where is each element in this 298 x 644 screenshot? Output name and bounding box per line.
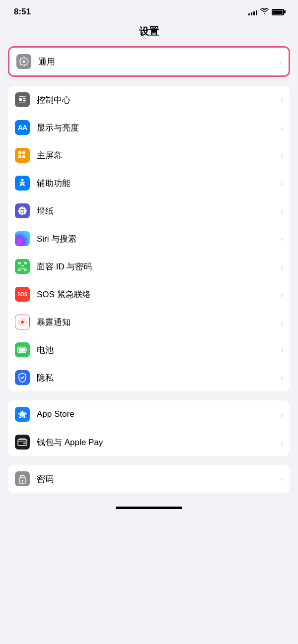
general-label: 通用 <box>38 56 277 67</box>
signal-bar-2 <box>251 12 252 15</box>
signal-bar-1 <box>248 13 250 15</box>
faceid-icon <box>15 259 30 274</box>
svg-rect-19 <box>18 262 20 264</box>
face-id-label: 面容 ID 与密码 <box>37 261 279 272</box>
wifi-icon <box>260 8 269 16</box>
battery-label: 电池 <box>37 344 279 356</box>
svg-point-17 <box>18 211 22 215</box>
chevron-icon: › <box>281 151 283 160</box>
settings-group-2: 控制中心 › AA 显示与亮度 › 主屏幕 › <box>8 86 290 391</box>
password-label: 密码 <box>37 473 279 485</box>
wallet-icon <box>15 435 30 450</box>
svg-rect-6 <box>22 151 25 154</box>
control-center-label: 控制中心 <box>37 94 279 106</box>
svg-point-12 <box>21 212 23 215</box>
exposure-label: 暴露通知 <box>37 317 279 328</box>
gear-icon <box>16 54 31 69</box>
chevron-icon: › <box>281 475 283 483</box>
settings-row-privacy[interactable]: 隐私 › <box>8 364 290 391</box>
accessibility-label: 辅助功能 <box>37 178 279 189</box>
settings-row-control-center[interactable]: 控制中心 › <box>8 86 290 114</box>
chevron-icon: › <box>281 438 283 447</box>
toggle-icon <box>15 92 30 107</box>
svg-rect-0 <box>19 98 22 101</box>
chevron-icon: › <box>281 207 283 215</box>
chevron-icon: › <box>281 262 283 271</box>
app-store-label: App Store <box>37 409 279 419</box>
chevron-icon: › <box>281 374 283 382</box>
sos-icon: SOS <box>15 287 30 302</box>
svg-rect-32 <box>18 440 27 446</box>
settings-row-display[interactable]: AA 显示与亮度 › <box>8 114 290 141</box>
privacy-label: 隐私 <box>37 372 279 384</box>
settings-row-exposure[interactable]: 暴露通知 › <box>8 308 290 336</box>
settings-group-1: 通用 › <box>8 46 290 77</box>
svg-point-15 <box>18 207 22 210</box>
chevron-icon: › <box>281 124 283 132</box>
chevron-icon: › <box>281 179 283 188</box>
password-icon <box>15 471 30 486</box>
chevron-icon: › <box>279 58 282 66</box>
settings-row-wallet[interactable]: 钱包与 Apple Pay › <box>8 428 290 456</box>
home-indicator <box>116 507 182 509</box>
svg-point-14 <box>24 210 27 212</box>
home-screen-label: 主屏幕 <box>37 150 279 161</box>
chevron-icon: › <box>281 346 283 354</box>
chevron-icon: › <box>281 410 283 419</box>
battery-fill <box>273 10 283 14</box>
flower-icon <box>15 203 30 218</box>
settings-row-app-store[interactable]: App Store › <box>8 400 290 428</box>
settings-row-general[interactable]: 通用 › <box>9 48 289 75</box>
svg-rect-4 <box>19 103 25 103</box>
settings-row-wallpaper[interactable]: 墙纸 › <box>8 197 290 225</box>
settings-row-siri[interactable]: Siri 与搜索 › <box>8 225 290 253</box>
svg-rect-5 <box>18 151 21 154</box>
exposure-icon <box>15 315 30 329</box>
svg-point-13 <box>18 210 21 212</box>
battery-settings-icon <box>15 342 30 357</box>
settings-row-password[interactable]: 密码 › <box>8 465 290 493</box>
chevron-icon: › <box>281 290 283 299</box>
svg-rect-21 <box>18 269 20 270</box>
svg-point-9 <box>21 179 24 182</box>
chevron-icon: › <box>281 235 283 243</box>
svg-point-16 <box>23 207 26 210</box>
battery-icon <box>272 9 284 15</box>
status-bar: 8:51 <box>0 0 298 21</box>
signal-bars-icon <box>248 9 257 15</box>
settings-row-sos[interactable]: SOS SOS 紧急联络 › <box>8 280 290 308</box>
privacy-icon <box>15 370 30 385</box>
settings-group-4: 密码 › <box>8 465 290 493</box>
svg-rect-34 <box>23 443 26 444</box>
svg-rect-33 <box>18 441 27 442</box>
page-title: 设置 <box>0 21 298 46</box>
svg-rect-3 <box>19 96 25 97</box>
accessibility-icon <box>15 176 30 191</box>
svg-point-10 <box>21 210 24 212</box>
display-label: 显示与亮度 <box>37 122 279 133</box>
svg-point-24 <box>23 265 24 266</box>
svg-point-23 <box>21 265 22 266</box>
appstore-icon <box>15 407 30 422</box>
svg-rect-2 <box>23 100 26 102</box>
svg-rect-30 <box>19 348 25 351</box>
svg-rect-1 <box>23 98 26 100</box>
siri-label: Siri 与搜索 <box>37 233 279 245</box>
siri-icon <box>15 231 30 246</box>
svg-rect-22 <box>24 269 26 270</box>
settings-row-battery[interactable]: 电池 › <box>8 336 290 364</box>
aa-icon: AA <box>15 120 30 135</box>
chevron-icon: › <box>281 96 283 104</box>
sos-label: SOS 紧急联络 <box>37 289 279 300</box>
chevron-icon: › <box>281 318 283 326</box>
svg-point-11 <box>21 206 23 209</box>
settings-row-face-id[interactable]: 面容 ID 与密码 › <box>8 253 290 280</box>
svg-rect-7 <box>18 155 21 158</box>
settings-row-accessibility[interactable]: 辅助功能 › <box>8 169 290 197</box>
settings-row-home-screen[interactable]: 主屏幕 › <box>8 141 290 169</box>
svg-point-18 <box>23 211 26 215</box>
svg-rect-8 <box>22 155 25 158</box>
status-icons <box>248 8 284 16</box>
svg-rect-20 <box>24 262 26 264</box>
status-time: 8:51 <box>14 7 31 17</box>
